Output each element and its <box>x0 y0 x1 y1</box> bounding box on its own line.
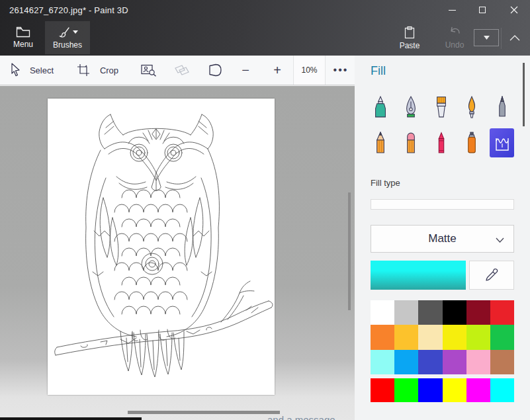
menu-label: Menu <box>13 40 33 49</box>
history-dropdown-button[interactable] <box>474 29 499 46</box>
pencil-tool-button[interactable] <box>368 128 392 157</box>
maximize-icon <box>479 7 486 13</box>
brushes-button[interactable]: Brushes <box>45 21 90 54</box>
fill-bucket-icon <box>494 133 511 153</box>
color-swatch[interactable] <box>394 350 418 374</box>
pixel-pen-icon <box>494 96 511 118</box>
fill-tool-button[interactable] <box>490 128 514 157</box>
panel-title: Fill <box>371 64 386 78</box>
undo-icon <box>448 26 461 38</box>
color-swatch[interactable] <box>394 300 418 325</box>
canvas-vertical-scrollbar[interactable] <box>348 192 351 310</box>
panel-scrollbar[interactable] <box>523 63 525 126</box>
color-swatch[interactable] <box>443 325 466 349</box>
shapes-tool-button[interactable] <box>204 56 226 85</box>
color-swatch[interactable] <box>490 300 514 325</box>
close-icon <box>510 6 518 14</box>
fill-sidebar: Fill <box>355 56 530 420</box>
crayon-tool-button[interactable] <box>429 128 453 157</box>
document-page[interactable] <box>48 99 275 395</box>
collapse-ribbon-button[interactable] <box>504 29 525 46</box>
undo-label: Undo <box>445 40 464 50</box>
marker-icon <box>372 96 389 118</box>
ribbon-separator <box>501 28 502 49</box>
color-swatch[interactable] <box>418 300 442 325</box>
minimize-icon <box>449 10 456 11</box>
shape-d-icon <box>208 63 222 77</box>
marker-tool-button[interactable] <box>368 93 392 122</box>
zoom-level-field[interactable]: 10% <box>293 56 326 85</box>
pixel-pen-tool-button[interactable] <box>490 93 514 122</box>
spray-can-tool-button[interactable] <box>459 128 484 157</box>
more-options-button[interactable]: ••• <box>328 56 353 85</box>
finish-dropdown[interactable]: Matte <box>371 225 514 253</box>
color-swatch[interactable] <box>371 300 394 325</box>
crayon-icon <box>433 132 450 154</box>
chevron-down-icon <box>496 237 504 243</box>
eyedropper-button[interactable] <box>469 261 514 290</box>
close-button[interactable] <box>498 0 530 20</box>
color-swatch[interactable] <box>443 300 466 325</box>
canvas-horizontal-scrollbar[interactable] <box>128 411 280 414</box>
zoom-out-button[interactable]: − <box>233 56 258 85</box>
cursor-icon <box>9 63 22 77</box>
select-tool-button[interactable] <box>7 56 25 85</box>
color-swatch[interactable] <box>394 325 418 349</box>
paint3d-window: 2614627_6720.jpg* - Paint 3D Menu Brushe… <box>0 0 530 420</box>
undo-button[interactable]: Undo <box>438 21 471 54</box>
eyedropper-icon <box>484 268 499 282</box>
color-swatch[interactable] <box>466 350 490 374</box>
color-swatch[interactable] <box>371 350 394 374</box>
crop-icon <box>77 63 90 77</box>
color-swatch[interactable] <box>418 325 442 349</box>
clipped-overlay-text: and a message <box>267 414 353 420</box>
watercolour-icon <box>463 96 480 118</box>
fill-type-dropdown[interactable]: Paint (Default) <box>371 199 514 210</box>
toolbar: Select Crop − + 10% ••• <box>0 56 355 85</box>
fill-type-value: Paint (Default) <box>371 208 513 210</box>
select-label[interactable]: Select <box>28 56 56 85</box>
color-swatch[interactable] <box>466 378 490 402</box>
owl-line-drawing <box>48 99 275 395</box>
crop-tool-button[interactable] <box>74 56 93 85</box>
magic-select-button[interactable] <box>138 56 160 85</box>
color-swatch[interactable] <box>490 325 514 349</box>
watercolour-tool-button[interactable] <box>459 93 484 122</box>
minimize-button[interactable] <box>437 0 467 20</box>
spray-can-icon <box>463 132 480 154</box>
color-preview[interactable] <box>371 261 466 290</box>
color-swatch[interactable] <box>371 378 394 402</box>
clipboard-icon <box>403 26 416 39</box>
calligraphy-pen-icon <box>402 96 420 118</box>
color-swatch[interactable] <box>490 350 514 374</box>
magic-select-icon <box>141 63 157 77</box>
finish-value: Matte <box>428 232 457 245</box>
color-swatch[interactable] <box>466 325 490 349</box>
chevron-up-icon <box>509 35 520 41</box>
zoom-in-button[interactable]: + <box>265 56 290 85</box>
background-window-strip <box>0 417 142 420</box>
pencil-icon <box>372 132 389 154</box>
oil-brush-tool-button[interactable] <box>429 93 453 122</box>
paste-button[interactable]: Paste <box>393 21 426 54</box>
color-swatch[interactable] <box>443 350 466 374</box>
folder-icon <box>16 26 30 38</box>
canvas-area[interactable]: and a message <box>0 86 355 420</box>
color-swatch[interactable] <box>418 350 442 374</box>
color-swatch[interactable] <box>466 300 490 325</box>
eraser-tool-button[interactable] <box>398 128 423 157</box>
color-swatch[interactable] <box>443 378 466 402</box>
overlap-shapes-icon <box>174 64 190 76</box>
color-swatch[interactable] <box>490 378 514 402</box>
color-swatch[interactable] <box>371 325 394 349</box>
palette-grid <box>371 300 514 374</box>
maximize-button[interactable] <box>467 0 498 20</box>
menu-button[interactable]: Menu <box>5 21 41 54</box>
color-swatch[interactable] <box>394 378 418 402</box>
titlebar: 2614627_6720.jpg* - Paint 3D Menu Brushe… <box>0 0 530 56</box>
calligraphy-pen-tool-button[interactable] <box>398 93 423 122</box>
sticker-tool-button[interactable] <box>171 56 193 85</box>
color-swatch[interactable] <box>418 378 442 402</box>
custom-colors-row <box>371 378 514 402</box>
crop-label[interactable]: Crop <box>97 56 122 85</box>
